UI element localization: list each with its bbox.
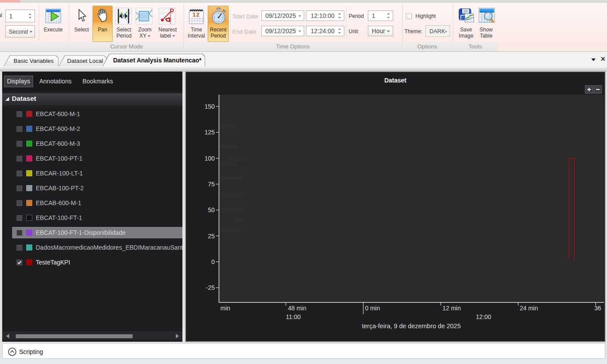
svg-text:12: 12 [192,11,200,18]
svg-text:100: 100 [205,155,215,162]
svg-text:12 min: 12 min [442,305,461,312]
svg-text:48 min: 48 min [288,305,306,312]
svg-text:11:00: 11:00 [286,313,301,320]
svg-text:150: 150 [205,103,215,110]
svg-text:25: 25 [208,233,215,240]
svg-text:24 min: 24 min [520,305,538,312]
svg-text:-25: -25 [206,284,215,291]
svg-text:min: min [220,305,230,312]
svg-text:Dataset: Dataset [384,77,407,84]
svg-text:75: 75 [208,181,215,188]
svg-text:125: 125 [205,129,215,136]
svg-text:36: 36 [594,305,601,312]
svg-text:terça-feira, 9 de dezembro de: terça-feira, 9 de dezembro de 2025 [362,323,461,330]
svg-text:12:00: 12:00 [476,313,491,320]
svg-text:0 min: 0 min [365,305,380,312]
svg-text:0: 0 [211,258,215,265]
svg-text:50: 50 [208,206,215,213]
